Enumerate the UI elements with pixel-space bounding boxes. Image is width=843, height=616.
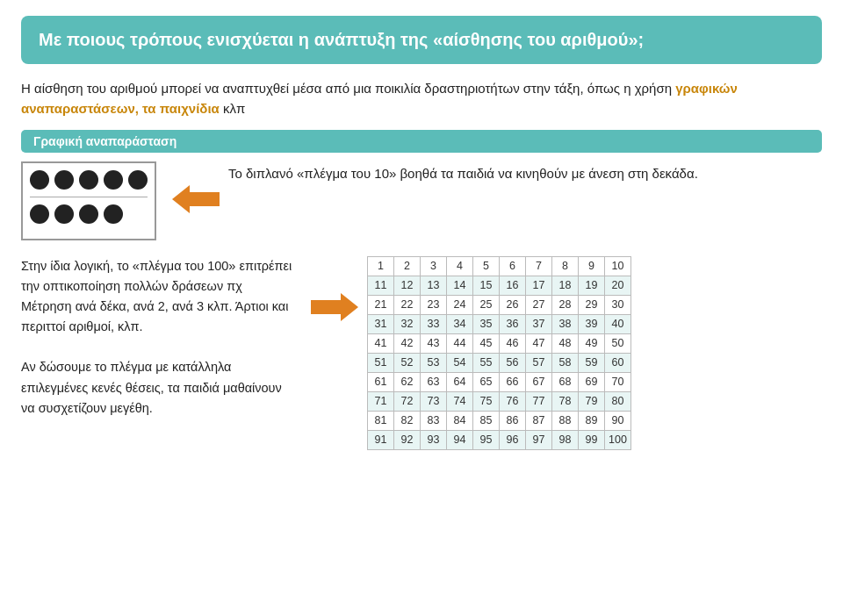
- grid-cell-84: 84: [447, 411, 473, 430]
- header-title: Με ποιους τρόπους ενισχύεται η ανάπτυξη …: [39, 28, 804, 52]
- grid-cell-46: 46: [500, 333, 526, 353]
- grid-row-1: 12345678910: [368, 256, 631, 276]
- grid-cell-48: 48: [552, 333, 579, 353]
- grid-cell-44: 44: [447, 333, 473, 353]
- grid-cell-88: 88: [552, 411, 579, 430]
- grid-cell-66: 66: [500, 372, 526, 391]
- dot-3: [79, 170, 98, 190]
- grid-cell-96: 96: [500, 430, 526, 449]
- grid-cell-14: 14: [447, 276, 473, 295]
- intro-text-before: Η αίσθηση του αριθμού μπορεί να αναπτυχθ…: [21, 81, 675, 96]
- grid-cell-77: 77: [526, 391, 552, 411]
- grid-cell-78: 78: [552, 391, 579, 411]
- grid-cell-73: 73: [421, 391, 447, 411]
- grid-cell-24: 24: [447, 295, 473, 314]
- grid-cell-56: 56: [500, 353, 526, 372]
- dots-frame: [21, 161, 156, 240]
- dots-row-top: [30, 170, 148, 190]
- grid-cell-89: 89: [579, 411, 605, 430]
- grid-cell-81: 81: [368, 411, 394, 430]
- grid-cell-92: 92: [394, 430, 421, 449]
- dots-row-bottom: [30, 204, 148, 224]
- grid-cell-41: 41: [368, 333, 394, 353]
- grid-cell-72: 72: [394, 391, 421, 411]
- grid-row-4: 31323334353637383940: [368, 314, 631, 333]
- grid-cell-80: 80: [605, 391, 631, 411]
- grid-cell-59: 59: [579, 353, 605, 372]
- middle-section: Το διπλανό «πλέγμα του 10» βοηθά τα παιδ…: [21, 161, 822, 240]
- grid-cell-76: 76: [500, 391, 526, 411]
- grid-cell-9: 9: [579, 256, 605, 276]
- grid-cell-18: 18: [552, 276, 579, 295]
- grid-cell-32: 32: [394, 314, 421, 333]
- dot-8: [79, 204, 98, 224]
- grid-cell-53: 53: [421, 353, 447, 372]
- grid-cell-31: 31: [368, 314, 394, 333]
- grid-cell-61: 61: [368, 372, 394, 391]
- svg-marker-1: [311, 293, 358, 321]
- bottom-left-text: Στην ίδια λογική, το «πλέγμα του 100» επ…: [21, 256, 302, 419]
- dot-1: [30, 170, 49, 190]
- dot-9: [104, 204, 123, 224]
- grid-cell-3: 3: [421, 256, 447, 276]
- grid-cell-90: 90: [605, 411, 631, 430]
- page-wrapper: Με ποιους τρόπους ενισχύεται η ανάπτυξη …: [0, 0, 843, 616]
- grid-cell-62: 62: [394, 372, 421, 391]
- number-grid: 1234567891011121314151617181920212223242…: [367, 256, 631, 450]
- grid-cell-38: 38: [552, 314, 579, 333]
- grid-cell-36: 36: [500, 314, 526, 333]
- grid-cell-6: 6: [500, 256, 526, 276]
- grid-cell-79: 79: [579, 391, 605, 411]
- grid-cell-19: 19: [579, 276, 605, 295]
- grid-cell-28: 28: [552, 295, 579, 314]
- dot-2: [54, 170, 74, 190]
- grid-cell-8: 8: [552, 256, 579, 276]
- arrow-right: [311, 291, 358, 323]
- grid-row-8: 71727374757677787980: [368, 391, 631, 411]
- grid-row-7: 61626364656667686970: [368, 372, 631, 391]
- grid-cell-2: 2: [394, 256, 421, 276]
- dot-empty-10: [128, 204, 148, 224]
- grid-cell-71: 71: [368, 391, 394, 411]
- intro-paragraph: Η αίσθηση του αριθμού μπορεί να αναπτυχθ…: [21, 78, 822, 119]
- arrow-left: [172, 183, 220, 215]
- grid-cell-83: 83: [421, 411, 447, 430]
- grid-row-9: 81828384858687888990: [368, 411, 631, 430]
- intro-text-after: κλπ: [220, 101, 246, 116]
- grid-cell-82: 82: [394, 411, 421, 430]
- grid-cell-99: 99: [579, 430, 605, 449]
- grid-cell-94: 94: [447, 430, 473, 449]
- dots-divider: [30, 197, 148, 197]
- header-box: Με ποιους τρόπους ενισχύεται η ανάπτυξη …: [21, 16, 822, 64]
- grid-cell-17: 17: [526, 276, 552, 295]
- grid-cell-27: 27: [526, 295, 552, 314]
- grid-cell-64: 64: [447, 372, 473, 391]
- grid-cell-60: 60: [605, 353, 631, 372]
- svg-marker-0: [172, 185, 220, 213]
- grid-cell-91: 91: [368, 430, 394, 449]
- grid-row-10: 919293949596979899100: [368, 430, 631, 449]
- grid-row-3: 21222324252627282930: [368, 295, 631, 314]
- grid-cell-15: 15: [473, 276, 500, 295]
- grid-cell-54: 54: [447, 353, 473, 372]
- grid-cell-95: 95: [473, 430, 500, 449]
- grid-cell-49: 49: [579, 333, 605, 353]
- grid-cell-12: 12: [394, 276, 421, 295]
- arrow-right-icon: [311, 291, 358, 323]
- grid-cell-23: 23: [421, 295, 447, 314]
- dot-5: [128, 170, 148, 190]
- grid-cell-43: 43: [421, 333, 447, 353]
- dots-description: Το διπλανό «πλέγμα του 10» βοηθά τα παιδ…: [228, 161, 822, 183]
- grid-cell-97: 97: [526, 430, 552, 449]
- grid-cell-52: 52: [394, 353, 421, 372]
- grid-cell-20: 20: [605, 276, 631, 295]
- graphiki-label: Γραφική αναπαράσταση: [21, 130, 822, 153]
- grid-cell-35: 35: [473, 314, 500, 333]
- grid-cell-5: 5: [473, 256, 500, 276]
- grid-cell-39: 39: [579, 314, 605, 333]
- grid-cell-68: 68: [552, 372, 579, 391]
- bottom-left-p1: Στην ίδια λογική, το «πλέγμα του 100» επ…: [21, 256, 293, 338]
- grid-row-6: 51525354555657585960: [368, 353, 631, 372]
- dot-7: [54, 204, 74, 224]
- grid-cell-37: 37: [526, 314, 552, 333]
